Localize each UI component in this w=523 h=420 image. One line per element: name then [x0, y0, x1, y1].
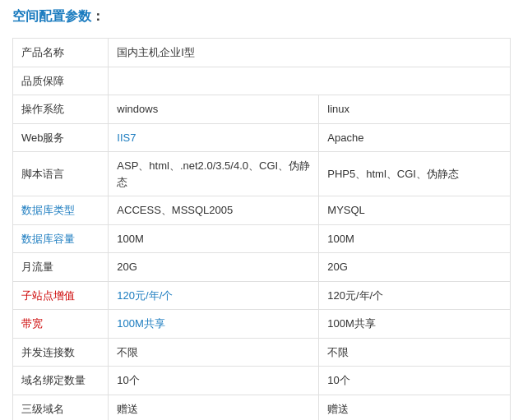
- row-label: 操作系统: [13, 95, 109, 124]
- table-row: 品质保障: [13, 67, 511, 95]
- row-value-main: 国内主机企业I型: [109, 39, 511, 67]
- row-value-linux: 20G: [319, 253, 511, 282]
- row-value-windows: 不限: [109, 338, 319, 367]
- row-value-windows: ASP、html、.net2.0/3.5/4.0、CGI、伪静态: [109, 152, 319, 196]
- row-value-linux: 120元/年/个: [319, 281, 511, 310]
- table-row: 产品名称国内主机企业I型: [13, 39, 511, 67]
- table-row: 子站点增值120元/年/个120元/年/个: [13, 281, 511, 310]
- row-label: 品质保障: [13, 67, 109, 95]
- row-value-linux: 10个: [319, 367, 511, 395]
- row-label: 数据库容量: [13, 224, 109, 253]
- row-value-windows: IIS7: [109, 123, 319, 152]
- row-value-linux: 不限: [319, 338, 511, 367]
- row-label: 三级域名: [13, 395, 109, 420]
- table-row: 数据库容量100M100M: [13, 224, 511, 253]
- table-row: 脚本语言ASP、html、.net2.0/3.5/4.0、CGI、伪静态PHP5…: [13, 152, 511, 196]
- row-value-windows: 20G: [109, 253, 319, 282]
- row-label: Web服务: [13, 123, 109, 152]
- row-value-linux: PHP5、html、CGI、伪静态: [319, 152, 511, 196]
- row-value-windows: 100M共享: [109, 310, 319, 339]
- table-row: 数据库类型ACCESS、MSSQL2005MYSQL: [13, 196, 511, 225]
- row-value-windows: windows: [109, 95, 319, 124]
- row-label: 带宽: [13, 310, 109, 339]
- title-text: 空间配置参数: [12, 9, 91, 23]
- row-label: 子站点增值: [13, 281, 109, 310]
- table-row: 三级域名赠送赠送: [13, 395, 511, 420]
- table-row: Web服务IIS7Apache: [13, 123, 511, 152]
- page-title: 空间配置参数：: [12, 8, 511, 30]
- row-value-windows: 赠送: [109, 395, 319, 420]
- config-table: 产品名称国内主机企业I型品质保障操作系统windowslinuxWeb服务IIS…: [12, 38, 511, 420]
- row-value-linux: 赠送: [319, 395, 511, 420]
- row-value-windows: 100M: [109, 224, 319, 253]
- table-row: 带宽100M共享100M共享: [13, 310, 511, 339]
- row-value-windows: ACCESS、MSSQL2005: [109, 196, 319, 225]
- row-label: 产品名称: [13, 39, 109, 67]
- row-value-linux: Apache: [319, 123, 511, 152]
- row-label: 并发连接数: [13, 338, 109, 367]
- row-value-linux: linux: [319, 95, 511, 124]
- row-label: 数据库类型: [13, 196, 109, 225]
- row-value-main: [109, 67, 511, 95]
- row-label: 脚本语言: [13, 152, 109, 196]
- title-colon: ：: [91, 9, 104, 23]
- row-value-windows: 120元/年/个: [109, 281, 319, 310]
- table-row: 操作系统windowslinux: [13, 95, 511, 124]
- table-row: 域名绑定数量10个10个: [13, 367, 511, 395]
- row-label: 域名绑定数量: [13, 367, 109, 395]
- row-value-linux: MYSQL: [319, 196, 511, 225]
- row-value-windows: 10个: [109, 367, 319, 395]
- row-label: 月流量: [13, 253, 109, 282]
- table-row: 并发连接数不限不限: [13, 338, 511, 367]
- table-row: 月流量20G20G: [13, 253, 511, 282]
- row-value-linux: 100M: [319, 224, 511, 253]
- row-value-linux: 100M共享: [319, 310, 511, 339]
